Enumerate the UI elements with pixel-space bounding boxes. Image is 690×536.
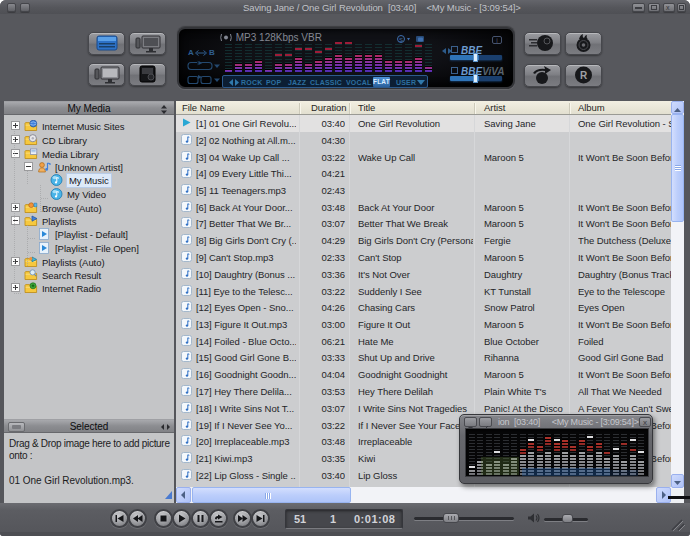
svg-text:R: R bbox=[580, 70, 588, 81]
